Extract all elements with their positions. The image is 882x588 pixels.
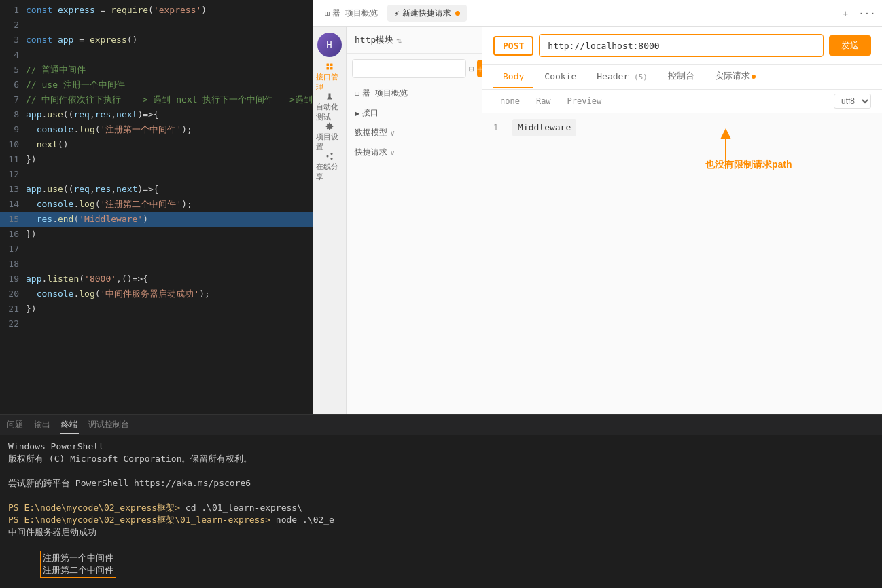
module-header: http模块 ⇅ [347, 27, 482, 54]
avatar-initial: H [326, 39, 332, 50]
terminal-tabs: 问题 输出 终端 调试控制台 [0, 415, 882, 435]
filter-button[interactable]: ⊟ [469, 60, 474, 77]
chevron-down-icon: ∨ [390, 128, 395, 138]
tab-actual-request[interactable]: 实际请求 [705, 65, 765, 89]
url-input[interactable] [539, 34, 824, 57]
project-overview-label: 器 项目概览 [362, 88, 408, 99]
search-input[interactable] [352, 59, 466, 78]
terminal-content: Windows PowerShell 版权所有 (C) Microsoft Co… [0, 435, 882, 588]
add-tab-button[interactable]: + [836, 4, 855, 23]
tab-project-label: 器 项目概览 [332, 7, 378, 19]
share-icon [323, 152, 336, 160]
tab-new-request[interactable]: ⚡ 新建快捷请求 [387, 5, 466, 22]
terminal-highlighted-lines: 注册第一个中间件 注册第二个中间件 [8, 538, 874, 588]
sidebar-item-interface[interactable]: 接口管理 [316, 62, 343, 92]
terminal-tab-output[interactable]: 输出 [33, 416, 52, 433]
code-line-2: 2 [0, 18, 313, 33]
response-line-1: 1 Middleware [493, 119, 871, 136]
code-line-5: 5 // 普通中间件 [0, 62, 313, 77]
annotation-overlay [482, 113, 882, 414]
code-line-1: 1 const express = require('express') [0, 3, 313, 18]
body-tab-raw[interactable]: Raw [529, 94, 558, 109]
code-line-9: 9 console.log('注册第一个中间件'); [0, 122, 313, 137]
terminal-line-1: Windows PowerShell [8, 441, 874, 453]
svg-line-8 [328, 157, 330, 158]
code-line-3: 3 const app = express() [0, 33, 313, 48]
module-name: http模块 [355, 34, 393, 46]
code-line-22: 22 [0, 316, 313, 331]
sidebar-test-label: 自动化测试 [316, 102, 343, 122]
sidebar-item-settings[interactable]: 项目设置 [316, 122, 343, 152]
code-line-17: 17 [0, 242, 313, 257]
data-model-dropdown[interactable]: 数据模型 ∨ [347, 123, 482, 143]
svg-point-5 [330, 153, 332, 155]
response-area: 1 Middleware [482, 113, 882, 414]
terminal-line-5 [8, 490, 874, 502]
quick-request-label: 快捷请求 [355, 147, 387, 158]
svg-rect-0 [326, 64, 329, 67]
method-button[interactable]: POST [493, 36, 533, 56]
terminal-line-7: PS E:\node\mycode\02_express框架\01_learn-… [8, 514, 874, 526]
send-button[interactable]: 发送 [829, 35, 871, 56]
code-lines: 1 const express = require('express') 2 3… [0, 0, 313, 331]
terminal-tab-issues[interactable]: 问题 [5, 416, 24, 433]
tab-project-overview[interactable]: ⊞ 器 项目概览 [318, 5, 385, 22]
project-overview-nav[interactable]: ⊞ 器 项目概览 [347, 84, 482, 103]
module-chevron-icon: ⇅ [396, 35, 402, 45]
tab-active-dot [455, 11, 460, 16]
body-tab-none[interactable]: none [493, 94, 527, 109]
svg-rect-3 [330, 67, 333, 70]
terminal-tab-terminal[interactable]: 终端 [60, 416, 79, 434]
code-line-8: 8 app.use((req,res,next)=>{ [0, 107, 313, 122]
response-line-num: 1 [493, 120, 512, 135]
tab-new-request-label: 新建快捷请求 [402, 7, 451, 19]
code-line-7: 7 // 中间件依次往下执行 ---> 遇到 next 执行下一个中间件--->… [0, 92, 313, 107]
code-line-21: 21 }) [0, 301, 313, 316]
interface-section[interactable]: ▶ 接口 [347, 103, 482, 123]
sidebar-share-label: 在线分享 [316, 162, 343, 182]
code-line-19: 19 app.listen('8000',()=>{ [0, 272, 313, 287]
tab-header[interactable]: Header (5) [587, 66, 657, 88]
api-nav-panel: http模块 ⇅ ⊟ + ⊞ 器 项目概览 ▶ 接口 数据模型 [347, 27, 482, 414]
sidebar-item-test[interactable]: 自动化测试 [316, 92, 343, 122]
search-bar: ⊟ + [352, 59, 476, 78]
tab-cookie[interactable]: Cookie [535, 66, 586, 88]
body-tab-preview[interactable]: Preview [561, 94, 609, 109]
tab-console[interactable]: 控制台 [658, 65, 704, 89]
code-line-18: 18 [0, 257, 313, 272]
annotation-text-2: 也没有限制请求path [705, 159, 792, 170]
grid-icon-small: ⊞ [355, 89, 359, 98]
body-subtabs: none Raw Preview utf8 [482, 90, 882, 113]
api-body: H 接口管理 自动化测试 项目设置 [313, 27, 882, 414]
api-panel: ⊞ 器 项目概览 ⚡ 新建快捷请求 + ··· H 接口管 [313, 0, 882, 414]
terminal-line-4: 尝试新的跨平台 PowerShell https://aka.ms/pscore… [8, 477, 874, 490]
highlighted-terminal-text: 注册第一个中间件 注册第二个中间件 [40, 551, 116, 578]
terminal-line-8: 中间件服务器启动成功 [8, 526, 874, 538]
chevron-right-icon: ▶ [355, 109, 359, 118]
terminal: 问题 输出 终端 调试控制台 Windows PowerShell 版权所有 (… [0, 414, 882, 588]
code-line-15: 15 res.end('Middleware') [0, 212, 313, 227]
test-icon [323, 92, 336, 100]
code-editor: 1 const express = require('express') 2 3… [0, 0, 313, 414]
code-line-11: 11 }) [0, 152, 313, 167]
code-line-12: 12 [0, 167, 313, 182]
interface-icon [323, 62, 336, 71]
terminal-line-3 [8, 465, 874, 477]
api-header: ⊞ 器 项目概览 ⚡ 新建快捷请求 + ··· [313, 0, 882, 27]
api-request-area: POST 发送 Body Cookie Header (5) 控制台 实际请求 … [482, 27, 882, 414]
code-line-16: 16 }) [0, 227, 313, 242]
response-value: Middleware [512, 119, 576, 136]
data-model-label: 数据模型 [355, 127, 387, 139]
code-line-20: 20 console.log('中间件服务器启动成功'); [0, 287, 313, 301]
api-left-sidebar: H 接口管理 自动化测试 项目设置 [313, 27, 347, 414]
tab-body[interactable]: Body [493, 66, 533, 88]
annotation-container: 这里还没有限制请求方法 [523, 113, 727, 116]
quick-request-dropdown[interactable]: 快捷请求 ∨ [347, 143, 482, 162]
sidebar-interface-label: 接口管理 [316, 72, 343, 92]
avatar: H [317, 33, 342, 57]
more-options-button[interactable]: ··· [858, 4, 877, 23]
encoding-select[interactable]: utf8 [834, 94, 871, 109]
url-bar: POST 发送 [482, 27, 882, 65]
sidebar-item-share[interactable]: 在线分享 [316, 152, 343, 182]
terminal-tab-debug[interactable]: 调试控制台 [87, 416, 130, 433]
